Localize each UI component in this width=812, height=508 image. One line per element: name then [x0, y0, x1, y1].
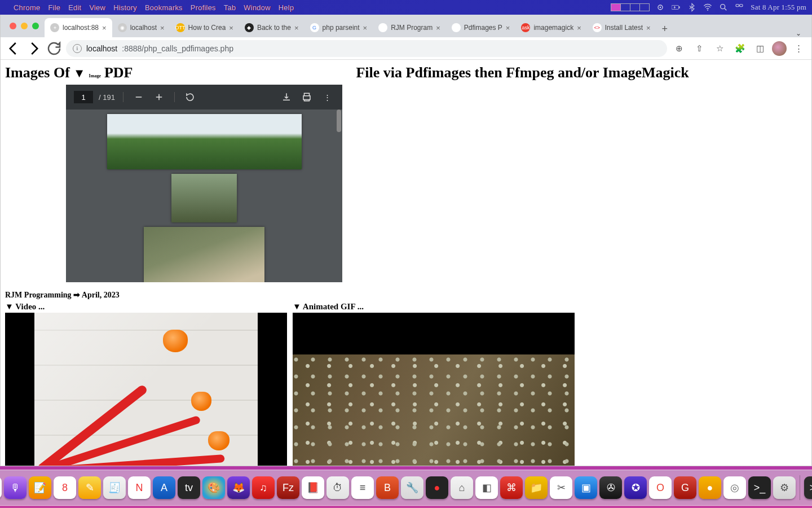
sidepanel-icon[interactable]: ◫ [752, 40, 769, 57]
gif-dropdown-icon[interactable]: ▼ [293, 302, 301, 311]
control-center-icon[interactable] [735, 3, 744, 12]
pdf-scrollbar[interactable] [337, 110, 341, 132]
pdf-print-icon[interactable] [299, 92, 314, 102]
dock-app[interactable]: ✪ [624, 476, 647, 499]
dock-app[interactable]: Fz [277, 476, 299, 499]
screen-record-icon[interactable] [656, 3, 665, 12]
dock-app[interactable]: ▣ [575, 476, 597, 499]
tab-close-icon[interactable]: × [229, 24, 233, 32]
extensions-icon[interactable]: 🧩 [731, 40, 748, 57]
tab-close-icon[interactable]: × [294, 24, 299, 32]
tab-close-icon[interactable]: × [436, 24, 440, 32]
tab-close-icon[interactable]: × [646, 24, 651, 32]
dock-app[interactable]: tv [178, 476, 200, 499]
profile-avatar[interactable] [772, 41, 787, 56]
menubar-help[interactable]: Help [279, 3, 294, 12]
dock-app[interactable]: 8 [54, 476, 76, 499]
menubar-file[interactable]: File [48, 3, 60, 12]
dock-app[interactable]: A [153, 476, 175, 499]
dock-app[interactable]: ● [699, 476, 721, 499]
pdf-zoom-out-icon[interactable] [131, 92, 146, 102]
dock-app[interactable]: G [674, 476, 696, 499]
chrome-menu-icon[interactable]: ⋮ [790, 40, 807, 57]
dock-app[interactable]: ◎ [723, 476, 746, 499]
dock-app[interactable]: 📝 [29, 476, 51, 499]
menubar-tab[interactable]: Tab [224, 3, 236, 12]
dock-app[interactable]: 🗓 [0, 476, 2, 499]
browser-tab[interactable]: <>Install Latest× [587, 18, 656, 37]
dock-app[interactable]: ⏱ [326, 476, 349, 499]
dock-app[interactable]: N [128, 476, 151, 499]
menubar-bookmarks[interactable]: Bookmarks [145, 3, 183, 12]
desktop-indicator[interactable] [611, 3, 649, 11]
menubar-profiles[interactable]: Profiles [191, 3, 216, 12]
browser-tab[interactable]: ⌖localhost:88× [45, 18, 112, 37]
menubar-history[interactable]: History [113, 3, 137, 12]
animated-gif-viewer[interactable] [293, 313, 575, 466]
share-icon[interactable]: ⇧ [691, 40, 708, 57]
battery-icon[interactable] [672, 3, 681, 12]
pdf-rotate-icon[interactable] [183, 92, 197, 102]
window-minimize-button[interactable] [21, 23, 28, 29]
dock-app[interactable]: 🔧 [401, 476, 423, 499]
bookmark-icon[interactable]: ☆ [711, 40, 728, 57]
dock-app[interactable]: ♫ [252, 476, 275, 499]
dock-app[interactable]: 🎙 [4, 476, 27, 499]
dock-app[interactable]: 🧾 [103, 476, 126, 499]
dock-app[interactable]: O [649, 476, 672, 499]
dock-app[interactable]: B [376, 476, 399, 499]
window-zoom-button[interactable] [32, 23, 39, 29]
window-close-button[interactable] [10, 23, 16, 29]
reload-button[interactable] [46, 40, 63, 57]
zoom-icon[interactable]: ⊕ [670, 40, 687, 57]
menubar-clock[interactable]: Sat 8 Apr 1:55 pm [751, 3, 806, 12]
tab-close-icon[interactable]: × [160, 24, 165, 32]
tab-close-icon[interactable]: × [506, 24, 510, 32]
dock-app[interactable]: ✇ [599, 476, 622, 499]
pdf-download-icon[interactable] [279, 92, 294, 102]
dock-app[interactable]: ◧ [475, 476, 498, 499]
browser-tab[interactable]: OTTHow to Crea× [170, 18, 239, 37]
browser-tab[interactable]: ◆Back to the × [239, 18, 304, 37]
pdf-page-input[interactable] [74, 91, 93, 103]
menubar-view[interactable]: View [89, 3, 105, 12]
back-button[interactable] [5, 40, 22, 57]
wifi-icon[interactable] [703, 3, 712, 12]
browser-tab[interactable]: ✎RJM Program× [373, 18, 446, 37]
dock-app[interactable]: >_ [804, 476, 812, 499]
tab-close-icon[interactable]: × [577, 24, 581, 32]
dock-app[interactable]: ⌂ [451, 476, 473, 499]
forward-button[interactable] [25, 40, 42, 57]
browser-tab[interactable]: ✎Pdfimages P× [446, 18, 516, 37]
search-icon[interactable] [719, 3, 728, 12]
dock-app[interactable]: >_ [748, 476, 771, 499]
pdf-zoom-in-icon[interactable] [152, 92, 166, 102]
menubar-app[interactable]: Chrome [14, 3, 40, 12]
tab-close-icon[interactable]: × [363, 24, 368, 32]
menubar-edit[interactable]: Edit [68, 3, 81, 12]
new-tab-button[interactable]: + [656, 20, 673, 37]
dock-app[interactable]: ✎ [78, 476, 101, 499]
dock-app[interactable]: 📕 [302, 476, 324, 499]
dock-app[interactable]: 🦊 [227, 476, 250, 499]
dock-app[interactable]: ⌘ [500, 476, 523, 499]
browser-tab[interactable]: Gphp parseint× [304, 18, 373, 37]
site-info-icon[interactable]: i [73, 44, 82, 53]
dock-app[interactable]: ≡ [351, 476, 374, 499]
dock-app[interactable]: ⚙ [773, 476, 796, 499]
heading-dropdown-icon[interactable]: ▼ [73, 66, 86, 81]
video-player[interactable] [5, 313, 287, 466]
bluetooth-icon[interactable] [687, 3, 696, 12]
address-bar[interactable]: i localhost:8888/php_calls_pdfimages.php [66, 40, 667, 57]
menubar-window[interactable]: Window [244, 3, 270, 12]
browser-tab[interactable]: ◉localhost× [112, 18, 170, 37]
video-dropdown-icon[interactable]: ▼ [5, 302, 14, 311]
dock-app[interactable]: 🎨 [202, 476, 225, 499]
dock-app[interactable]: ● [426, 476, 448, 499]
tab-overflow-button[interactable]: ⌄ [789, 29, 808, 37]
tab-close-icon[interactable]: × [102, 24, 107, 32]
browser-tab[interactable]: askimagemagick× [515, 18, 586, 37]
pdf-more-icon[interactable]: ⋮ [320, 93, 334, 102]
dock-app[interactable]: ✂ [550, 476, 572, 499]
dock-app[interactable]: 📁 [525, 476, 548, 499]
